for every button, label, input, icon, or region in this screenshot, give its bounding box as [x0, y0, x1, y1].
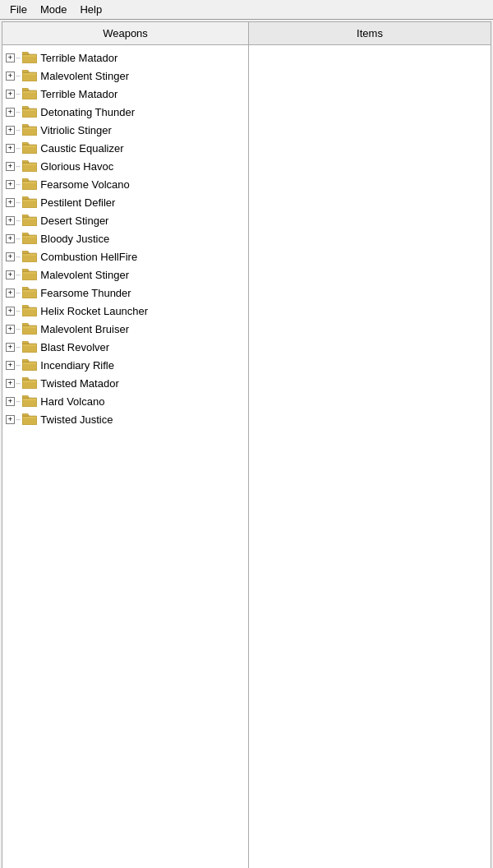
- menu-mode[interactable]: Mode: [34, 2, 74, 17]
- tree-item[interactable]: +···Helix Rocket Launcher: [2, 302, 248, 320]
- expand-button[interactable]: +···: [6, 415, 21, 424]
- expand-icon[interactable]: +: [6, 144, 15, 153]
- items-panel-header: Items: [249, 22, 491, 45]
- tree-item[interactable]: +···Twisted Justice: [2, 410, 248, 428]
- tree-connector-line: ···: [16, 397, 20, 406]
- tree-item[interactable]: +···Desert Stinger: [2, 211, 248, 229]
- folder-icon: [22, 323, 37, 335]
- folder-icon: [22, 106, 37, 118]
- expand-button[interactable]: +···: [6, 343, 21, 352]
- svg-rect-35: [23, 362, 36, 364]
- tree-item[interactable]: +···Bloody Justice: [2, 229, 248, 247]
- menubar: File Mode Help: [0, 0, 493, 20]
- expand-button[interactable]: +···: [6, 198, 21, 207]
- tree-connector-line: ···: [16, 198, 20, 207]
- expand-icon[interactable]: +: [6, 198, 15, 207]
- tree-item[interactable]: +···Terrible Matador: [2, 85, 248, 103]
- expand-icon[interactable]: +: [6, 162, 15, 171]
- tree-connector-line: ···: [16, 72, 20, 81]
- tree-item[interactable]: +···Malevolent Bruiser: [2, 320, 248, 338]
- folder-icon: [22, 341, 37, 353]
- expand-button[interactable]: +···: [6, 72, 21, 81]
- expand-icon[interactable]: +: [6, 180, 15, 189]
- folder-icon: [22, 287, 37, 298]
- expand-button[interactable]: +···: [6, 216, 21, 225]
- expand-button[interactable]: +···: [6, 162, 21, 171]
- expand-button[interactable]: +···: [6, 234, 21, 243]
- expand-icon[interactable]: +: [6, 379, 15, 388]
- folder-icon: [22, 88, 37, 99]
- tree-item[interactable]: +···Detonating Thunder: [2, 103, 248, 121]
- expand-button[interactable]: +···: [6, 307, 21, 316]
- expand-icon[interactable]: +: [6, 72, 15, 81]
- expand-button[interactable]: +···: [6, 90, 21, 99]
- expand-button[interactable]: +···: [6, 361, 21, 370]
- expand-button[interactable]: +···: [6, 252, 21, 261]
- folder-icon: [22, 215, 37, 226]
- tree-connector-line: ···: [16, 126, 20, 135]
- menu-file[interactable]: File: [3, 2, 34, 17]
- tree-item[interactable]: +···Malevolent Stinger: [2, 67, 248, 85]
- tree-item-label: Vitriolic Stinger: [40, 124, 111, 136]
- expand-button[interactable]: +···: [6, 144, 21, 153]
- tree-item-label: Caustic Equalizer: [40, 142, 123, 155]
- expand-button[interactable]: +···: [6, 325, 21, 334]
- expand-button[interactable]: +···: [6, 108, 21, 117]
- folder-icon: [22, 52, 37, 63]
- expand-button[interactable]: +···: [6, 126, 21, 135]
- expand-icon[interactable]: +: [6, 415, 15, 424]
- tree-item[interactable]: +···Blast Revolver: [2, 338, 248, 356]
- folder-icon: [22, 70, 37, 81]
- tree-item-label: Blast Revolver: [40, 341, 109, 353]
- expand-icon[interactable]: +: [6, 234, 15, 243]
- menu-help[interactable]: Help: [73, 2, 108, 17]
- expand-icon[interactable]: +: [6, 397, 15, 406]
- weapons-tree[interactable]: +···Terrible Matador+···Malevolent Sting…: [2, 45, 248, 868]
- expand-icon[interactable]: +: [6, 307, 15, 316]
- svg-rect-9: [23, 127, 36, 129]
- expand-icon[interactable]: +: [6, 252, 15, 261]
- tree-item-label: Malevolent Bruiser: [40, 323, 129, 335]
- weapons-panel-header: Weapons: [2, 22, 248, 45]
- tree-connector-line: ···: [16, 325, 20, 334]
- tree-item[interactable]: +···Twisted Matador: [2, 374, 248, 392]
- svg-rect-33: [23, 344, 36, 346]
- expand-icon[interactable]: +: [6, 126, 15, 135]
- tree-connector-line: ···: [16, 90, 20, 99]
- expand-button[interactable]: +···: [6, 180, 21, 189]
- tree-item[interactable]: +···Pestilent Defiler: [2, 193, 248, 211]
- expand-button[interactable]: +···: [6, 270, 21, 279]
- expand-icon[interactable]: +: [6, 270, 15, 279]
- svg-rect-29: [23, 308, 36, 310]
- expand-icon[interactable]: +: [6, 289, 15, 298]
- expand-button[interactable]: +···: [6, 379, 21, 388]
- expand-icon[interactable]: +: [6, 53, 15, 62]
- expand-button[interactable]: +···: [6, 289, 21, 298]
- expand-icon[interactable]: +: [6, 343, 15, 352]
- tree-item[interactable]: +···Fearsome Volcano: [2, 175, 248, 193]
- tree-item[interactable]: +···Incendiary Rifle: [2, 356, 248, 374]
- tree-item-label: Combustion HellFire: [40, 251, 137, 263]
- folder-icon: [22, 178, 37, 190]
- expand-icon[interactable]: +: [6, 90, 15, 99]
- expand-button[interactable]: +···: [6, 53, 21, 62]
- tree-item-label: Terrible Matador: [40, 52, 117, 64]
- tree-item[interactable]: +···Glorious Havoc: [2, 157, 248, 175]
- tree-item[interactable]: +···Terrible Matador: [2, 48, 248, 67]
- tree-item[interactable]: +···Hard Volcano: [2, 392, 248, 410]
- tree-connector-line: ···: [16, 379, 20, 388]
- tree-item-label: Malevolent Stinger: [40, 70, 129, 82]
- expand-icon[interactable]: +: [6, 108, 15, 117]
- tree-item[interactable]: +···Caustic Equalizer: [2, 139, 248, 157]
- folder-icon: [22, 395, 37, 407]
- expand-icon[interactable]: +: [6, 361, 15, 370]
- tree-item[interactable]: +···Combustion HellFire: [2, 247, 248, 265]
- tree-item[interactable]: +···Malevolent Stinger: [2, 265, 248, 284]
- tree-item-label: Bloody Justice: [40, 233, 109, 245]
- expand-icon[interactable]: +: [6, 216, 15, 225]
- tree-item[interactable]: +···Vitriolic Stinger: [2, 121, 248, 139]
- tree-connector-line: ···: [16, 252, 20, 261]
- expand-icon[interactable]: +: [6, 325, 15, 334]
- expand-button[interactable]: +···: [6, 397, 21, 406]
- tree-item[interactable]: +···Fearsome Thunder: [2, 284, 248, 302]
